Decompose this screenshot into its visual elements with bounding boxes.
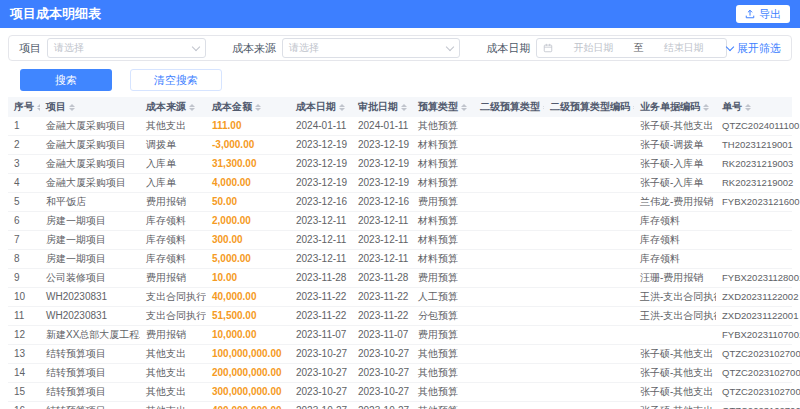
- column-header-no[interactable]: 序号: [8, 97, 40, 117]
- cell-doc_no: TH20231219001: [716, 136, 792, 155]
- table-row[interactable]: 3金融大厦采购项目入库单31,300.002023-12-192023-12-1…: [8, 155, 792, 174]
- column-header-doc_no[interactable]: 单号: [716, 97, 792, 117]
- cell-business_doc_code: 王洪-支出合同执行: [634, 288, 716, 307]
- cell-source: 调拨单: [140, 136, 206, 155]
- cell-cost_date: 2023-10-27: [290, 364, 352, 383]
- table-row[interactable]: 6房建一期项目库存领料2,000.002023-12-112023-12-11材…: [8, 212, 792, 231]
- column-label: 二级预算类型: [480, 101, 540, 112]
- cell-doc_no: [716, 212, 792, 231]
- cell-doc_no: FYBX20231128001: [716, 269, 792, 288]
- table-row[interactable]: 1金融大厦采购项目其他支出111.002024-01-112024-01-11其…: [8, 117, 792, 136]
- cell-budget_subtype: [474, 136, 544, 155]
- column-header-budget_subtype_code[interactable]: 二级预算类型编码: [544, 97, 634, 117]
- cell-source: 库存领料: [140, 212, 206, 231]
- cell-no: 15: [8, 383, 40, 402]
- cell-source: 库存领料: [140, 231, 206, 250]
- table-row[interactable]: 11WH20230831支出合同执行51,500.002023-11-22202…: [8, 307, 792, 326]
- cell-budget_subtype_code: [544, 250, 634, 269]
- table-row[interactable]: 14结转预算项目其他支出200,000,000.002023-10-272023…: [8, 364, 792, 383]
- cell-business_doc_code: 张子硕-其他支出: [634, 402, 716, 409]
- table-row[interactable]: 8房建一期项目库存领料5,000.002023-12-112023-12-11材…: [8, 250, 792, 269]
- column-label: 成本来源: [146, 101, 186, 112]
- column-header-approval_date[interactable]: 审批日期: [352, 97, 412, 117]
- cell-project: 房建一期项目: [40, 212, 140, 231]
- cell-budget_type: 材料预算: [412, 155, 474, 174]
- column-header-amount[interactable]: 成本金额: [206, 97, 290, 117]
- cell-budget_type: 费用预算: [412, 269, 474, 288]
- table-row[interactable]: 5和平饭店费用报销50.002023-12-162023-12-16费用预算兰伟…: [8, 193, 792, 212]
- table-row[interactable]: 7房建一期项目库存领料300.002023-12-112023-12-11材料预…: [8, 231, 792, 250]
- cell-budget_type: 其他预算: [412, 364, 474, 383]
- cell-no: 13: [8, 345, 40, 364]
- cell-approval_date: 2023-12-19: [352, 136, 412, 155]
- filter-bar: 项目 请选择 成本来源 请选择 成本日期 开始日期 至 结束日期 展开筛选: [8, 35, 792, 61]
- sort-icon[interactable]: [745, 104, 751, 112]
- cell-budget_type: 人工预算: [412, 288, 474, 307]
- cell-budget_subtype_code: [544, 269, 634, 288]
- cell-no: 14: [8, 364, 40, 383]
- cell-budget_type: 费用预算: [412, 193, 474, 212]
- project-select[interactable]: 请选择: [47, 38, 206, 58]
- table-row[interactable]: 16结转预算项目其他支出400,000,000.002023-10-272023…: [8, 402, 792, 409]
- clear-search-button[interactable]: 清空搜索: [130, 69, 222, 91]
- sort-icon[interactable]: [339, 104, 345, 112]
- cell-amount: 10,000.00: [206, 326, 290, 345]
- cell-business_doc_code: [634, 326, 716, 345]
- cell-cost_date: 2023-12-16: [290, 193, 352, 212]
- table-row[interactable]: 15结转预算项目其他支出300,000,000.002023-10-272023…: [8, 383, 792, 402]
- date-start-placeholder: 开始日期: [557, 41, 629, 55]
- cell-amount: 10.00: [206, 269, 290, 288]
- cell-budget_type: 材料预算: [412, 250, 474, 269]
- cell-budget_subtype_code: [544, 136, 634, 155]
- sort-icon[interactable]: [189, 104, 195, 112]
- sort-icon[interactable]: [255, 104, 261, 112]
- cell-approval_date: 2023-11-22: [352, 307, 412, 326]
- column-header-cost_date[interactable]: 成本日期: [290, 97, 352, 117]
- sort-icon[interactable]: [461, 104, 467, 112]
- column-header-source[interactable]: 成本来源: [140, 97, 206, 117]
- sort-icon[interactable]: [703, 104, 709, 112]
- chevron-down-icon: [726, 42, 734, 50]
- cell-project: 结转预算项目: [40, 383, 140, 402]
- cell-budget_subtype: [474, 307, 544, 326]
- column-label: 成本日期: [296, 101, 336, 112]
- column-header-budget_type[interactable]: 预算类型: [412, 97, 474, 117]
- table-row[interactable]: 2金融大厦采购项目调拨单-3,000.002023-12-192023-12-1…: [8, 136, 792, 155]
- sort-icon[interactable]: [69, 104, 75, 112]
- table-row[interactable]: 10WH20230831支出合同执行40,000.002023-11-22202…: [8, 288, 792, 307]
- column-header-budget_subtype[interactable]: 二级预算类型: [474, 97, 544, 117]
- cell-amount: 4,000.00: [206, 174, 290, 193]
- cell-budget_subtype: [474, 231, 544, 250]
- cell-budget_subtype_code: [544, 402, 634, 409]
- cell-approval_date: 2023-12-19: [352, 155, 412, 174]
- cell-project: 结转预算项目: [40, 402, 140, 409]
- cell-doc_no: RK20231219002: [716, 174, 792, 193]
- table-row[interactable]: 12新建XX总部大厦工程二期费用报销10,000.002023-11-07202…: [8, 326, 792, 345]
- sort-icon[interactable]: [543, 104, 544, 112]
- table-row[interactable]: 9公司装修项目费用报销10.002023-11-282023-11-28费用预算…: [8, 269, 792, 288]
- expand-filter-link[interactable]: 展开筛选: [727, 41, 781, 56]
- cell-source: 支出合同执行: [140, 307, 206, 326]
- sort-icon[interactable]: [633, 104, 634, 112]
- cell-project: 结转预算项目: [40, 345, 140, 364]
- cell-approval_date: 2023-12-16: [352, 193, 412, 212]
- cell-amount: 300,000,000.00: [206, 383, 290, 402]
- cell-doc_no: FYBX20231107001: [716, 326, 792, 345]
- cell-budget_type: 分包预算: [412, 307, 474, 326]
- cell-source: 其他支出: [140, 117, 206, 136]
- sort-icon[interactable]: [401, 104, 407, 112]
- source-select[interactable]: 请选择: [282, 38, 460, 58]
- table-row[interactable]: 4金融大厦采购项目入库单4,000.002023-12-192023-12-19…: [8, 174, 792, 193]
- table-row[interactable]: 13结转预算项目其他支出100,000,000.002023-10-272023…: [8, 345, 792, 364]
- export-button[interactable]: 导出: [736, 5, 790, 23]
- cell-budget_subtype_code: [544, 326, 634, 345]
- cell-budget_type: 材料预算: [412, 174, 474, 193]
- cell-doc_no: RK20231219003: [716, 155, 792, 174]
- cell-project: 金融大厦采购项目: [40, 174, 140, 193]
- calendar-icon: [543, 43, 553, 53]
- column-header-project[interactable]: 项目: [40, 97, 140, 117]
- search-button[interactable]: 搜索: [20, 69, 112, 91]
- sort-icon[interactable]: [37, 104, 40, 112]
- date-range-input[interactable]: 开始日期 至 结束日期: [536, 38, 727, 58]
- column-header-business_doc_code[interactable]: 业务单据编码: [634, 97, 716, 117]
